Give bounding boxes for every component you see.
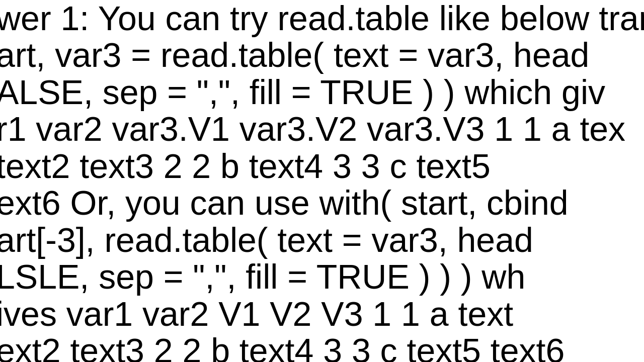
main-content: wer 1: You can try read.table like below… xyxy=(0,0,644,362)
line-6: ext6 Or, you can use with( start, cbind xyxy=(0,185,644,221)
line-7: art[-3], read.table( text = var3, head xyxy=(0,222,644,258)
line-9: ives var1 var2 V1 V2 V3 1 1 a text xyxy=(0,296,644,332)
line-3: ALSE, sep = ",", fill = TRUE ) ) which g… xyxy=(0,74,644,111)
line-8: LSLE, sep = ",", fill = TRUE ) ) ) wh xyxy=(0,258,644,295)
line-10: ext2 text3 2 2 b text4 3 3 c text5 text6 xyxy=(0,332,644,362)
line-5: text2 text3 2 2 b text4 3 3 c text5 xyxy=(0,148,644,185)
line-1: wer 1: You can try read.table like below… xyxy=(0,0,644,37)
line-4: r1 var2 var3.V1 var3.V2 var3.V3 1 1 a te… xyxy=(0,111,644,147)
line-2: art, var3 = read.table( text = var3, hea… xyxy=(0,37,644,73)
